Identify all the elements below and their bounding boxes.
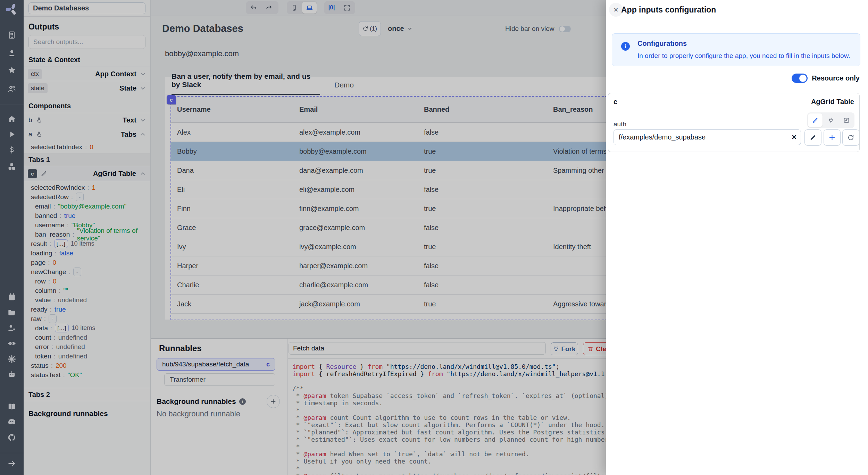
chevron-down-icon[interactable] [140,117,146,124]
clear-input-icon[interactable]: × [792,130,796,145]
user-gear-icon[interactable] [7,323,16,332]
output-tree-row: newChange:- [24,267,150,277]
configurations-info-box: i Configurations In order to properly co… [612,33,860,66]
collapse-chip[interactable]: - [49,314,57,323]
tabs1-section-bar[interactable]: Tabs 1 [24,153,150,166]
desktop-view-button[interactable] [302,2,317,14]
cell-email: charlie@example.com [293,281,417,289]
search-outputs-input[interactable] [28,35,145,49]
redo-button[interactable] [261,1,276,14]
gear-icon[interactable] [7,355,16,364]
auth-field-label: auth [614,120,626,128]
hide-bar-row: Hide bar on view [505,25,571,33]
github-icon[interactable] [7,433,16,442]
hand-pointer-icon [35,131,43,138]
runnable-label: Transformer [170,376,206,383]
add-resource-button[interactable] [824,129,841,146]
chevron-up-icon[interactable] [140,131,146,138]
rail-divider [0,17,24,17]
chevron-up-icon[interactable] [140,170,146,177]
robot-icon[interactable] [7,370,16,379]
mobile-view-button[interactable] [287,1,301,14]
output-tree-row: value:undefined [24,295,150,305]
tab-ban-user[interactable]: Ban a user, notify them by email, and us… [172,72,320,95]
hide-bar-toggle[interactable] [559,26,571,32]
runnables-heading: Runnables [159,343,287,353]
component-row-c[interactable]: c AgGrid Table [24,166,150,181]
connect-mode-button[interactable] [824,113,838,127]
play-icon[interactable] [7,130,16,139]
center-align-button[interactable]: |0| [324,1,339,14]
user-icon[interactable] [7,49,16,58]
runnable-item-transformer[interactable]: Transformer [164,373,275,386]
expand-array-chip[interactable]: [...] [55,324,69,332]
users-icon[interactable] [7,84,16,93]
component-b-type: Text [123,116,136,124]
script-name-input[interactable] [289,342,546,355]
app-title-input[interactable] [28,2,145,14]
output-row-state[interactable]: state State [24,81,150,95]
background-runnables-heading: Background runnables [24,401,150,418]
tab-demo[interactable]: Demo [334,81,354,94]
cell-banned: true [417,300,546,308]
grid-column-header[interactable]: Email [293,105,417,113]
grid-column-header[interactable]: Banned [417,105,546,113]
discord-icon[interactable] [7,417,16,426]
book-icon[interactable] [7,402,16,411]
home-icon[interactable] [7,114,16,124]
cell-banned: false [417,128,546,136]
resource-only-row: Resource only [606,74,860,83]
static-mode-button[interactable] [808,113,823,127]
arrow-right-icon[interactable] [7,459,16,468]
output-row-ctx[interactable]: ctx App Context [24,67,150,81]
function-icon [843,117,850,124]
cell-banned: true [417,167,546,175]
edit-resource-button[interactable] [804,129,821,146]
building-icon[interactable] [7,31,16,40]
refresh-count-button[interactable]: (1) [359,21,381,36]
resource-input-wrap: × [614,129,801,145]
runnable-item-selected[interactable]: hub/943/supabase/fetch_data c [157,358,275,371]
resource-only-toggle[interactable] [792,74,808,83]
fork-button[interactable]: Fork [551,342,578,355]
close-button[interactable]: × [609,3,623,17]
calendar-icon[interactable] [7,292,16,302]
schedule-dropdown[interactable]: once [388,25,413,33]
grid-column-header[interactable]: Username [170,105,293,113]
eval-mode-button[interactable] [839,113,854,127]
fullscreen-button[interactable] [339,1,354,14]
dollar-icon[interactable] [7,145,16,154]
pencil-icon[interactable] [41,170,47,177]
folder-icon[interactable] [7,308,16,317]
undo-button[interactable] [246,1,261,14]
cell-banned: true [417,205,546,213]
fork-label: Fork [561,345,575,353]
windmill-logo-icon[interactable] [5,3,18,16]
layout-group: |0| [324,1,355,14]
reload-resource-button[interactable] [842,129,859,146]
cell-banned: false [417,262,546,270]
resource-path-input[interactable] [614,130,790,145]
expand-icon [343,4,351,11]
star-icon[interactable] [7,66,16,75]
background-runnables-row: Background runnables i [157,395,280,408]
background-runnables-title: Background runnables [157,397,236,406]
component-c-type: AgGrid Table [93,170,136,178]
component-row-a[interactable]: a Tabs [24,127,150,141]
tabs2-section-bar[interactable]: Tabs 2 [24,388,150,401]
collapse-chip[interactable]: - [73,268,81,276]
add-background-runnable-button[interactable] [267,395,280,408]
cubes-icon[interactable] [7,162,16,171]
mobile-icon [291,4,298,11]
chevron-down-icon[interactable] [140,85,146,92]
component-row-b[interactable]: b Text [24,113,150,127]
laptop-icon [306,4,313,11]
cell-email: alex@example.com [293,128,417,136]
output-tree-row: statusText:"OK" [24,370,150,380]
chevron-down-icon[interactable] [140,71,146,77]
cell-banned: true [417,243,546,251]
collapse-chip[interactable]: - [76,193,84,201]
expand-array-chip[interactable]: [...] [54,239,68,248]
resource-only-label: Resource only [812,74,860,82]
eye-icon[interactable] [7,339,16,348]
